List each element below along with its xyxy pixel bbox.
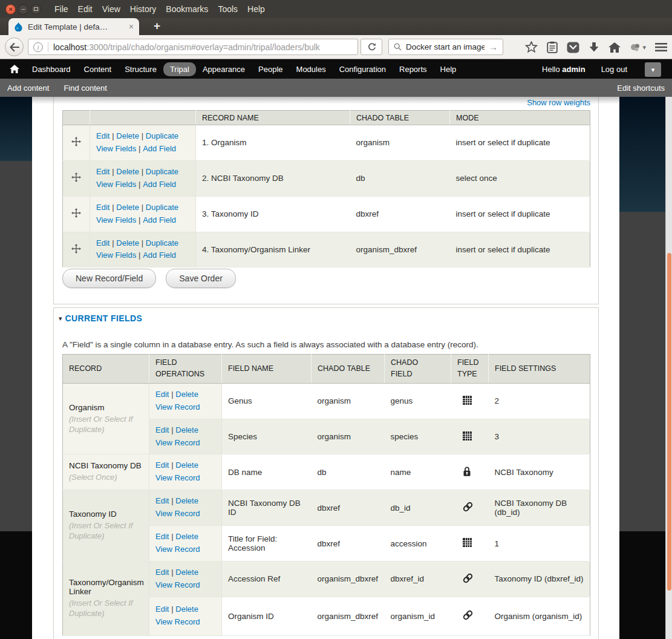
menu-tools[interactable]: Tools [213,4,243,14]
view-fields-link[interactable]: View Fields [96,215,136,224]
home-icon[interactable] [608,42,621,53]
delete-link[interactable]: Delete [175,390,198,399]
window-controls: × − [0,4,45,15]
delete-link[interactable]: Delete [116,238,139,247]
username-link[interactable]: admin [562,65,585,74]
view-record-link[interactable]: View Record [155,545,200,554]
delete-link[interactable]: Delete [175,425,198,434]
window-minimize-button[interactable]: − [18,4,28,15]
download-icon[interactable] [589,42,599,53]
menu-edit[interactable]: Edit [73,4,97,14]
add-field-link[interactable]: Add Field [143,144,176,153]
tab-close-icon[interactable]: × [129,22,134,31]
menu-history[interactable]: History [125,4,161,14]
browser-tab[interactable]: Edit Template | defa… × [8,18,139,35]
delete-link[interactable]: Delete [175,568,198,577]
new-tab-button[interactable]: + [148,19,166,33]
duplicate-link[interactable]: Duplicate [146,238,178,247]
scrollbar-thumb[interactable] [667,253,671,591]
page-info-icon[interactable]: i [33,42,43,52]
save-order-button[interactable]: Save Order [166,269,236,288]
toolbar-item-configuration[interactable]: Configuration [333,65,393,74]
toolbar-toggle-button[interactable]: ▾ [645,62,661,77]
url-bar[interactable]: i localhost :3000/tripal/chado/organism#… [28,39,358,55]
new-record-field-button[interactable]: New Record/Field [62,269,156,288]
toolbar-home-button[interactable] [10,65,19,73]
toolbar-item-help[interactable]: Help [434,65,463,74]
view-record-link[interactable]: View Record [155,438,200,447]
drag-handle-icon[interactable] [71,137,81,146]
view-record-link[interactable]: View Record [155,580,200,589]
search-input[interactable]: Docker start an image [406,42,484,51]
logout-link[interactable]: Log out [601,65,627,74]
edit-link[interactable]: Edit [155,605,169,614]
delete-link[interactable]: Delete [116,167,139,176]
toolbar-item-dashboard[interactable]: Dashboard [25,65,77,74]
search-go-icon[interactable]: → [489,42,498,52]
window-maximize-button[interactable] [31,4,41,15]
add-field-link[interactable]: Add Field [143,180,176,189]
duplicate-link[interactable]: Duplicate [146,203,178,212]
menu-bookmarks[interactable]: Bookmarks [161,4,213,14]
delete-link[interactable]: Delete [116,131,139,140]
edit-link[interactable]: Edit [155,568,169,577]
window-close-button[interactable]: × [5,4,16,15]
toolbar-item-appearance[interactable]: Appearance [196,65,252,74]
addon-button[interactable]: ▾ [630,42,646,52]
edit-link[interactable]: Edit [96,238,109,247]
search-bar[interactable]: Docker start an image → [388,39,503,55]
reload-button[interactable] [360,39,382,55]
edit-link[interactable]: Edit [155,532,169,541]
chado-field-cell: species [385,419,451,454]
delete-link[interactable]: Delete [175,496,198,505]
duplicate-link[interactable]: Duplicate [146,167,178,176]
edit-link[interactable]: Edit [155,425,169,434]
view-fields-link[interactable]: View Fields [96,144,136,153]
shortcut-find-content[interactable]: Find content [64,84,107,93]
view-record-link[interactable]: View Record [155,509,200,518]
edit-link[interactable]: Edit [155,460,169,470]
pocket-icon[interactable] [567,42,579,53]
view-fields-link[interactable]: View Fields [96,251,136,260]
edit-link[interactable]: Edit [96,203,109,212]
chado-field-cell: name [385,454,451,490]
view-fields-link[interactable]: View Fields [96,180,136,189]
toolbar-item-people[interactable]: People [252,65,289,74]
toolbar-item-reports[interactable]: Reports [393,65,434,74]
menu-view[interactable]: View [97,4,125,14]
page-scrollbar[interactable] [665,97,672,639]
toolbar-item-structure[interactable]: Structure [118,65,163,74]
menu-help[interactable]: Help [243,4,270,14]
fields-description: A "Field" is a single column in a databa… [62,340,478,349]
reading-list-icon[interactable] [547,41,558,53]
delete-link[interactable]: Delete [175,532,198,541]
url-host: localhost [53,42,86,52]
drag-handle-icon[interactable] [71,244,81,254]
view-record-link[interactable]: View Record [155,617,200,626]
drag-handle-icon[interactable] [71,172,81,182]
menu-file[interactable]: File [50,4,73,14]
edit-link[interactable]: Edit [96,167,109,176]
toolbar-item-modules[interactable]: Modules [290,65,333,74]
back-button[interactable] [5,38,24,56]
drag-handle-icon[interactable] [71,208,81,218]
delete-link[interactable]: Delete [175,460,198,470]
edit-link[interactable]: Edit [155,496,169,505]
bookmark-star-icon[interactable] [525,41,538,53]
toolbar-item-content[interactable]: Content [77,65,119,74]
add-field-link[interactable]: Add Field [143,251,176,260]
edit-link[interactable]: Edit [155,390,169,399]
edit-shortcuts-link[interactable]: Edit shortcuts [617,84,665,93]
edit-link[interactable]: Edit [96,131,109,140]
show-row-weights-link[interactable]: Show row weights [527,98,590,107]
current-fields-legend[interactable]: CURRENT FIELDS [65,313,143,323]
delete-link[interactable]: Delete [175,605,198,614]
delete-link[interactable]: Delete [116,203,139,212]
add-field-link[interactable]: Add Field [143,215,176,224]
hamburger-menu-icon[interactable] [655,43,667,51]
toolbar-item-tripal[interactable]: Tripal [163,62,196,76]
shortcut-add-content[interactable]: Add content [7,84,49,93]
view-record-link[interactable]: View Record [155,402,200,411]
duplicate-link[interactable]: Duplicate [146,131,178,140]
view-record-link[interactable]: View Record [155,473,200,482]
